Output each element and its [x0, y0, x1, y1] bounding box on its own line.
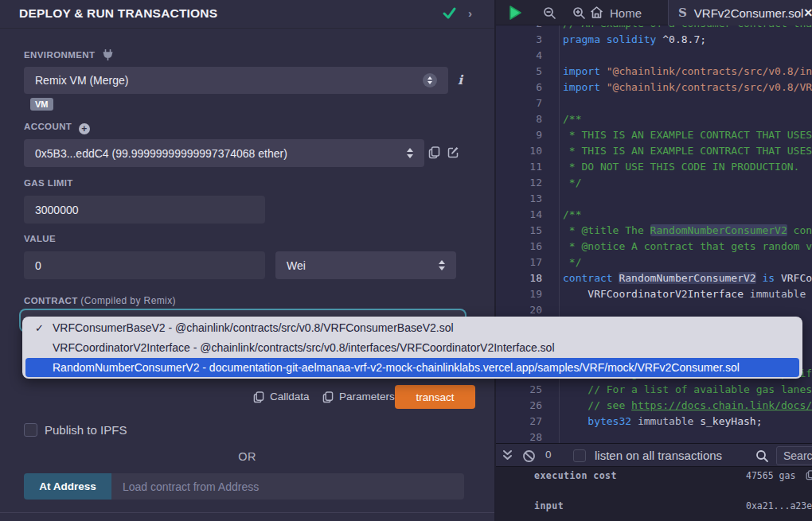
caret-updown-icon — [423, 73, 437, 87]
copy-icon[interactable] — [322, 391, 334, 403]
line-number: 14 — [496, 207, 542, 223]
terminal-row[interactable]: input0xa21...a23e4 — [496, 500, 812, 513]
contract-label: CONTRACT (Compiled by Remix) — [24, 295, 176, 306]
line-number: 4 — [496, 48, 542, 64]
gas-limit-label: GAS LIMIT — [24, 178, 73, 188]
ban-icon[interactable] — [522, 449, 536, 463]
code-line[interactable]: // see https://docs.chain.link/docs/vrf-… — [563, 398, 812, 414]
parameters-button[interactable]: Parameters — [339, 391, 395, 402]
code-line[interactable]: import "@chainlink/contracts/src/v0.8/in… — [563, 64, 812, 80]
code-line[interactable]: * THIS IS AN EXAMPLE CONTRACT THAT USES … — [563, 127, 812, 143]
contract-option-label: VRFCoordinatorV2Interface - @chainlink/c… — [53, 341, 555, 354]
line-number: 6 — [496, 80, 542, 95]
check-icon: ✓ — [35, 318, 44, 338]
line-number: 20 — [496, 302, 542, 318]
at-address-input[interactable] — [111, 473, 464, 500]
tab-home-label: Home — [610, 6, 642, 20]
copy-icon[interactable] — [428, 146, 440, 159]
line-number: 16 — [496, 239, 542, 255]
line-number: 11 — [496, 159, 542, 175]
terminal-search-input[interactable] — [776, 446, 812, 465]
transact-button[interactable]: transact — [395, 385, 475, 409]
chevrons-down-icon[interactable] — [502, 449, 513, 462]
line-number: 2 — [496, 25, 542, 32]
calldata-button[interactable]: Calldata — [270, 391, 310, 402]
code-line[interactable]: pragma solidity ^0.8.7; — [563, 32, 812, 48]
zoom-in-icon[interactable] — [572, 6, 586, 20]
divider — [0, 512, 494, 513]
code-line[interactable]: * DO NOT USE THIS CODE IN PRODUCTION. — [563, 159, 812, 175]
edit-icon[interactable] — [447, 146, 460, 159]
code-line[interactable]: // For a list of available gas lanes on … — [563, 382, 812, 398]
editor-pane: Home S VRFv2Consumer.sol ✕ 2345678910111… — [494, 0, 812, 521]
contract-option[interactable]: VRFCoordinatorV2Interface - @chainlink/c… — [25, 338, 799, 358]
search-icon[interactable] — [755, 449, 769, 463]
gutter-guide — [559, 25, 560, 443]
vm-badge: VM — [30, 98, 53, 111]
account-value: 0x5B3...eddC4 (99.99999999999997374068 e… — [35, 147, 287, 160]
copy-icon[interactable] — [806, 470, 812, 480]
info-icon[interactable]: i — [458, 72, 463, 87]
listen-all-checkbox[interactable] — [573, 449, 586, 462]
terminal-bar: 0 listen on all transactions — [496, 443, 812, 467]
line-number: 17 — [496, 255, 542, 270]
code-line[interactable]: * THIS IS AN EXAMPLE CONTRACT THAT USES … — [563, 143, 812, 159]
value-unit-select[interactable]: Wei — [275, 251, 456, 279]
listen-all-label: listen on all transactions — [595, 449, 722, 462]
code-editor[interactable]: 2345678910111213141516171819202122232425… — [496, 25, 812, 443]
terminal-row[interactable]: execution cost47565 gas — [496, 470, 812, 483]
panel-title: DEPLOY & RUN TRANSACTIONS — [19, 6, 217, 21]
code-line[interactable]: import "@chainlink/contracts/src/v0.8/VR… — [563, 80, 812, 95]
tab-file[interactable]: S VRFv2Consumer.sol ✕ — [668, 0, 812, 25]
close-icon[interactable]: ✕ — [803, 6, 812, 19]
code-line[interactable]: bytes32 immutable s_keyHash; — [563, 414, 812, 430]
line-number: 28 — [496, 430, 542, 443]
plus-circle-icon[interactable]: + — [79, 123, 90, 134]
contract-option[interactable]: ✓VRFConsumerBaseV2 - @chainlink/contract… — [25, 318, 799, 338]
code-line[interactable]: /** — [563, 207, 812, 223]
terminal-row-key: input — [534, 500, 564, 511]
environment-value: Remix VM (Merge) — [35, 74, 128, 87]
code-line[interactable]: */ — [563, 255, 812, 270]
environment-select[interactable]: Remix VM (Merge) — [24, 67, 448, 94]
code-line[interactable]: */ — [563, 175, 812, 191]
contract-option[interactable]: RandomNumberConsumerV2 - documentation-g… — [25, 358, 799, 377]
play-icon[interactable] — [508, 5, 522, 21]
deploy-run-panel: DEPLOY & RUN TRANSACTIONS › ENVIRONMENT … — [0, 0, 494, 521]
tab-file-label: VRFv2Consumer.sol — [694, 6, 804, 20]
line-number: 7 — [496, 95, 542, 111]
check-icon — [442, 6, 457, 21]
caret-updown-icon — [407, 148, 413, 158]
code-line[interactable]: contract RandomNumberConsumerV2 is VRFCo… — [563, 270, 812, 286]
publish-ipfs-checkbox[interactable] — [24, 423, 37, 437]
line-number: 3 — [496, 32, 542, 48]
line-number: 13 — [496, 191, 542, 207]
value-label: VALUE — [24, 234, 56, 243]
line-number: 10 — [496, 143, 542, 159]
gas-limit-input[interactable]: 3000000 — [24, 196, 265, 224]
terminal-row-value: 47565 gas — [746, 470, 795, 481]
line-number: 9 — [496, 127, 542, 143]
terminal-row-key: execution cost — [534, 470, 617, 481]
code-line[interactable]: * @notice A contract that gets random va… — [563, 239, 812, 255]
account-select[interactable]: 0x5B3...eddC4 (99.99999999999997374068 e… — [24, 139, 424, 167]
zoom-out-icon[interactable] — [543, 6, 556, 20]
code-line[interactable]: VRFCoordinatorV2Interface immutable COOR… — [563, 286, 812, 302]
transaction-count: 0 — [545, 449, 552, 461]
contract-dropdown: ✓VRFConsumerBaseV2 - @chainlink/contract… — [22, 317, 802, 379]
code-line[interactable]: /** — [563, 111, 812, 127]
code-line[interactable]: // An example of a consumer contract tha… — [563, 25, 812, 32]
chevron-right-icon[interactable]: › — [468, 6, 472, 20]
remix-ide: DEPLOY & RUN TRANSACTIONS › ENVIRONMENT … — [0, 0, 812, 521]
tab-home[interactable]: Home — [590, 0, 642, 25]
plug-icon — [103, 49, 113, 60]
copy-icon[interactable] — [253, 391, 264, 403]
terminal-row-value: 0xa21...a23e4 — [746, 500, 812, 511]
code-line[interactable]: * @title The RandomNumberConsumerV2 cont… — [563, 223, 812, 239]
value-input[interactable]: 0 — [24, 251, 265, 279]
line-number: 25 — [496, 382, 542, 398]
at-address-button[interactable]: At Address — [24, 473, 111, 500]
solidity-icon: S — [678, 6, 687, 20]
caret-updown-icon — [439, 260, 445, 270]
line-number: 18 — [496, 270, 542, 286]
